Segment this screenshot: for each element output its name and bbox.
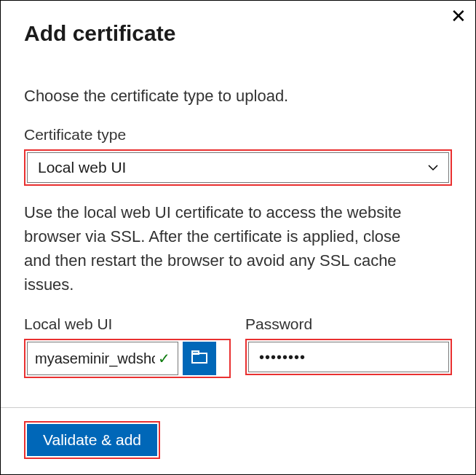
password-value: •••••••• <box>259 349 306 366</box>
close-icon[interactable]: ✕ <box>451 7 467 25</box>
validate-add-button[interactable]: Validate & add <box>27 424 157 456</box>
password-input[interactable]: •••••••• <box>248 342 449 372</box>
file-input[interactable]: myaseminir_wdshc ✓ <box>27 342 178 375</box>
password-label: Password <box>245 315 452 333</box>
dialog-title: Add certificate <box>24 21 452 46</box>
cert-type-value: Local web UI <box>38 159 428 176</box>
browse-button[interactable] <box>183 342 216 375</box>
file-value: myaseminir_wdshc <box>35 350 155 367</box>
password-highlight: •••••••• <box>245 339 452 375</box>
file-label: Local web UI <box>24 315 231 333</box>
cert-type-label: Certificate type <box>24 126 452 144</box>
cert-type-select[interactable]: Local web UI <box>27 152 449 183</box>
cert-type-highlight: Local web UI <box>24 149 452 186</box>
check-icon: ✓ <box>158 350 170 367</box>
file-highlight: myaseminir_wdshc ✓ <box>24 339 231 378</box>
cert-type-description: Use the local web UI certificate to acce… <box>24 200 432 297</box>
dialog-body: Add certificate Choose the certificate t… <box>1 1 475 378</box>
chevron-down-icon <box>428 161 438 174</box>
folder-icon <box>191 350 207 366</box>
instruction-text: Choose the certificate type to upload. <box>24 87 452 106</box>
dialog-footer: Validate & add <box>1 408 475 472</box>
submit-highlight: Validate & add <box>24 421 160 459</box>
